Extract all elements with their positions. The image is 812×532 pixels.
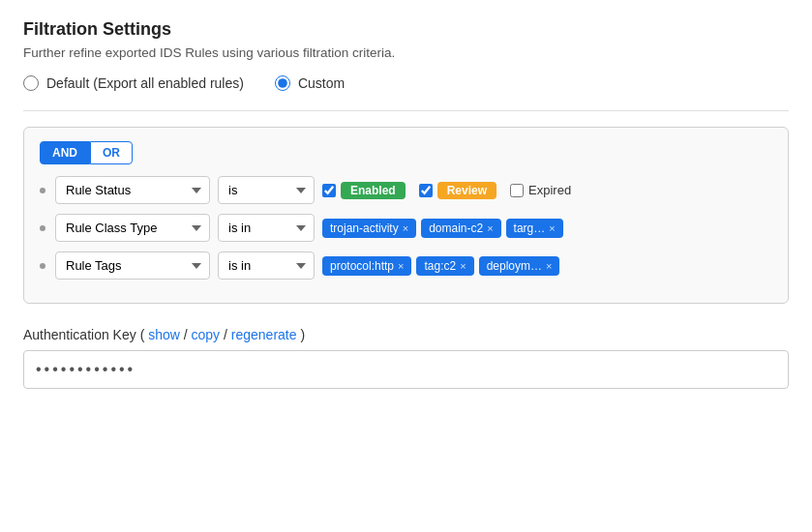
auth-sep2: / xyxy=(220,327,231,342)
filter-row-rule-class-type: Rule Class Type Rule Status Rule Tags is… xyxy=(40,214,772,242)
radio-default[interactable]: Default (Export all enabled rules) xyxy=(23,75,244,91)
auth-title-suffix: ) xyxy=(297,327,306,342)
tag-label: targ… xyxy=(514,222,546,235)
field-select-1[interactable]: Rule Class Type Rule Status Rule Tags xyxy=(55,214,210,242)
tag-label: protocol:http xyxy=(330,259,394,273)
tag-deploym[interactable]: deploym… × xyxy=(479,256,560,276)
rule-tags-tags: protocol:http × tag:c2 × deploym… × xyxy=(322,256,772,276)
export-mode-radio-group: Default (Export all enabled rules) Custo… xyxy=(23,75,789,91)
auth-regenerate-link[interactable]: regenerate xyxy=(231,327,297,342)
filter-row-rule-tags: Rule Tags Rule Status Rule Class Type is… xyxy=(40,251,772,280)
divider xyxy=(23,110,789,111)
operator-select-1[interactable]: is in xyxy=(218,214,315,242)
page-title: Filtration Settings xyxy=(23,19,789,40)
checkbox-enabled-input[interactable] xyxy=(322,184,336,197)
auth-sep1: / xyxy=(180,327,192,342)
auth-section: Authentication Key ( show / copy / regen… xyxy=(23,327,789,389)
tag-close-icon[interactable]: × xyxy=(549,222,555,234)
enabled-badge: Enabled xyxy=(341,182,406,199)
field-select-2[interactable]: Rule Tags Rule Status Rule Class Type xyxy=(55,251,210,280)
checkbox-review[interactable]: Review xyxy=(419,182,496,199)
radio-custom-input[interactable] xyxy=(275,75,290,91)
filter-box: AND OR Rule Status Rule Class Type Rule … xyxy=(23,127,789,304)
radio-custom[interactable]: Custom xyxy=(275,75,345,91)
tag-close-icon[interactable]: × xyxy=(398,260,404,272)
field-select-0[interactable]: Rule Status Rule Class Type Rule Tags xyxy=(55,176,210,204)
tag-targ[interactable]: targ… × xyxy=(506,219,563,238)
status-checkboxes: Enabled Review Expired xyxy=(322,182,571,199)
tag-label: deploym… xyxy=(487,259,542,273)
radio-custom-label: Custom xyxy=(298,75,345,91)
and-or-row: AND OR xyxy=(40,141,772,164)
auth-title-prefix: Authentication Key ( xyxy=(23,327,148,342)
filter-row-rule-status: Rule Status Rule Class Type Rule Tags is… xyxy=(40,176,772,204)
checkbox-expired-input[interactable] xyxy=(510,184,524,197)
and-button[interactable]: AND xyxy=(40,141,90,164)
page-subtitle: Further refine exported IDS Rules using … xyxy=(23,45,789,60)
tag-close-icon[interactable]: × xyxy=(403,222,408,234)
tag-label: domain-c2 xyxy=(429,222,483,235)
checkbox-review-input[interactable] xyxy=(419,184,433,197)
checkbox-enabled[interactable]: Enabled xyxy=(322,182,406,199)
operator-select-2[interactable]: is in xyxy=(218,251,315,280)
radio-default-input[interactable] xyxy=(23,75,39,91)
class-type-tags: trojan-activity × domain-c2 × targ… × xyxy=(322,219,772,238)
radio-default-label: Default (Export all enabled rules) xyxy=(46,75,244,91)
checkbox-expired[interactable]: Expired xyxy=(510,183,571,197)
tag-tag-c2[interactable]: tag:c2 × xyxy=(416,256,473,276)
operator-select-0[interactable]: is xyxy=(218,176,315,204)
tag-close-icon[interactable]: × xyxy=(546,260,552,272)
tag-trojan-activity[interactable]: trojan-activity × xyxy=(322,219,416,238)
tag-protocol-http[interactable]: protocol:http × xyxy=(322,256,411,276)
auth-key-input[interactable] xyxy=(23,350,789,389)
tag-close-icon[interactable]: × xyxy=(460,260,466,272)
review-badge: Review xyxy=(437,182,496,199)
tag-close-icon[interactable]: × xyxy=(487,222,493,234)
tag-label: tag:c2 xyxy=(424,259,456,273)
auth-show-link[interactable]: show xyxy=(148,327,180,342)
auth-title: Authentication Key ( show / copy / regen… xyxy=(23,327,789,342)
tag-label: trojan-activity xyxy=(330,222,399,235)
expired-label: Expired xyxy=(528,183,571,197)
auth-copy-link[interactable]: copy xyxy=(192,327,221,342)
tag-domain-c2[interactable]: domain-c2 × xyxy=(421,219,500,238)
or-button[interactable]: OR xyxy=(90,141,133,164)
